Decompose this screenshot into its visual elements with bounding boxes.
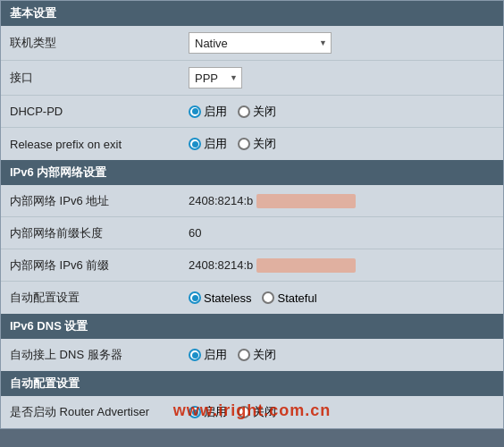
form-row-auto-config: 自动配置设置StatelessStateful <box>1 282 503 314</box>
label-dhcp-pd: DHCP-PD <box>10 105 189 118</box>
value-interface: PPPETH <box>189 67 494 89</box>
form-row-release-prefix: Release prefix on exit启用关闭 <box>1 128 503 160</box>
label-ipv6-address: 内部网络 IPv6 地址 <box>10 193 189 209</box>
value-dhcp-pd: 启用关闭 <box>189 104 494 120</box>
radio-circle-dhcp-pd-1 <box>238 105 250 118</box>
form-row-connection-type: 联机类型NativePPPoE6in46to4 <box>1 26 503 61</box>
section-header-basic: 基本设置 <box>1 1 503 26</box>
blurred-prefix-ipv6-prefix: 2408:8214:b <box>189 258 253 272</box>
value-auto-config: StatelessStateful <box>189 291 494 305</box>
blurred-value-ipv6-prefix: 2408:8214:b████████████ <box>189 258 356 273</box>
form-row-router-advert: 是否启动 Router Advertiser启用关闭 <box>1 396 503 428</box>
form-row-ipv6-prefix: 内部网络 IPv6 前缀2408:8214:b████████████ <box>1 249 503 282</box>
value-ipv6-address: 2408:8214:b████████████ <box>189 194 494 208</box>
radio-circle-auto-dns-0 <box>189 349 201 361</box>
value-ipv6-prefix-len: 60 <box>189 226 494 240</box>
section-header-ipv6-internal: IPv6 内部网络设置 <box>1 160 503 185</box>
section-header-ipv6-dns: IPv6 DNS 设置 <box>1 314 503 339</box>
form-row-dhcp-pd: DHCP-PD启用关闭 <box>1 96 503 128</box>
radio-circle-auto-config-1 <box>262 291 274 304</box>
radio-circle-router-advert-0 <box>189 406 201 418</box>
label-interface: 接口 <box>10 70 189 86</box>
radio-item-auto-dns-0[interactable]: 启用 <box>189 347 227 363</box>
radio-item-auto-config-0[interactable]: Stateless <box>189 291 251 305</box>
static-value-ipv6-prefix-len: 60 <box>189 226 201 240</box>
label-release-prefix: Release prefix on exit <box>10 138 189 151</box>
radio-group-auto-dns: 启用关闭 <box>189 347 276 363</box>
radio-label-auto-config-0: Stateless <box>204 291 251 305</box>
label-connection-type: 联机类型 <box>10 35 189 51</box>
radio-item-router-advert-1[interactable]: 关闭 <box>238 404 276 420</box>
radio-label-dhcp-pd-1: 关闭 <box>253 104 276 120</box>
select-wrapper-interface: PPPETH <box>189 67 242 89</box>
blurred-mask-ipv6-prefix: ████████████ <box>256 258 356 273</box>
radio-item-auto-dns-1[interactable]: 关闭 <box>238 347 276 363</box>
label-ipv6-prefix: 内部网络 IPv6 前缀 <box>10 257 189 274</box>
radio-circle-router-advert-1 <box>238 406 250 418</box>
settings-panel: 基本设置联机类型NativePPPoE6in46to4接口PPPETHDHCP-… <box>0 0 504 429</box>
radio-circle-dhcp-pd-0 <box>189 105 201 118</box>
radio-label-auto-dns-0: 启用 <box>204 347 227 363</box>
radio-label-dhcp-pd-0: 启用 <box>204 104 227 120</box>
value-ipv6-prefix: 2408:8214:b████████████ <box>189 258 494 273</box>
radio-item-router-advert-0[interactable]: 启用 <box>189 404 227 420</box>
radio-label-router-advert-0: 启用 <box>204 404 227 420</box>
form-row-ipv6-prefix-len: 内部网络前缀长度60 <box>1 217 503 249</box>
radio-circle-auto-dns-1 <box>238 349 250 361</box>
select-wrapper-connection-type: NativePPPoE6in46to4 <box>189 32 332 54</box>
blurred-prefix-ipv6-address: 2408:8214:b <box>189 194 253 207</box>
value-router-advert: 启用关闭 <box>189 404 494 420</box>
value-connection-type: NativePPPoE6in46to4 <box>189 32 494 54</box>
radio-group-router-advert: 启用关闭 <box>189 404 276 420</box>
radio-item-dhcp-pd-0[interactable]: 启用 <box>189 104 227 120</box>
section-body-ipv6-internal: 内部网络 IPv6 地址2408:8214:b████████████内部网络前… <box>1 185 503 314</box>
section-body-auto-config-section: 是否启动 Router Advertiser启用关闭 <box>1 396 503 428</box>
blurred-value-ipv6-address: 2408:8214:b████████████ <box>189 194 356 208</box>
radio-label-release-prefix-1: 关闭 <box>253 136 276 152</box>
radio-circle-release-prefix-1 <box>238 138 250 150</box>
section-body-ipv6-dns: 自动接上 DNS 服务器启用关闭 <box>1 339 503 371</box>
form-row-ipv6-address: 内部网络 IPv6 地址2408:8214:b████████████ <box>1 185 503 217</box>
label-auto-dns: 自动接上 DNS 服务器 <box>10 347 189 363</box>
radio-circle-release-prefix-0 <box>189 138 201 150</box>
radio-item-release-prefix-0[interactable]: 启用 <box>189 136 227 152</box>
form-row-auto-dns: 自动接上 DNS 服务器启用关闭 <box>1 339 503 371</box>
radio-label-router-advert-1: 关闭 <box>253 404 276 420</box>
radio-item-auto-config-1[interactable]: Stateful <box>262 291 316 305</box>
radio-group-dhcp-pd: 启用关闭 <box>189 104 276 120</box>
radio-label-release-prefix-0: 启用 <box>204 136 227 152</box>
form-row-interface: 接口PPPETH <box>1 61 503 96</box>
radio-label-auto-dns-1: 关闭 <box>253 347 276 363</box>
section-header-auto-config-section: 自动配置设置 <box>1 371 503 396</box>
radio-item-release-prefix-1[interactable]: 关闭 <box>238 136 276 152</box>
radio-group-auto-config: StatelessStateful <box>189 291 317 305</box>
radio-circle-auto-config-0 <box>189 291 201 304</box>
value-release-prefix: 启用关闭 <box>189 136 494 152</box>
radio-group-release-prefix: 启用关闭 <box>189 136 276 152</box>
select-connection-type[interactable]: NativePPPoE6in46to4 <box>189 32 332 54</box>
label-router-advert: 是否启动 Router Advertiser <box>10 404 189 420</box>
label-ipv6-prefix-len: 内部网络前缀长度 <box>10 225 189 241</box>
value-auto-dns: 启用关闭 <box>189 347 494 363</box>
label-auto-config: 自动配置设置 <box>10 290 189 306</box>
section-body-basic: 联机类型NativePPPoE6in46to4接口PPPETHDHCP-PD启用… <box>1 26 503 160</box>
select-interface[interactable]: PPPETH <box>189 67 242 89</box>
blurred-mask-ipv6-address: ████████████ <box>256 194 356 208</box>
radio-label-auto-config-1: Stateful <box>277 291 316 305</box>
radio-item-dhcp-pd-1[interactable]: 关闭 <box>238 104 276 120</box>
